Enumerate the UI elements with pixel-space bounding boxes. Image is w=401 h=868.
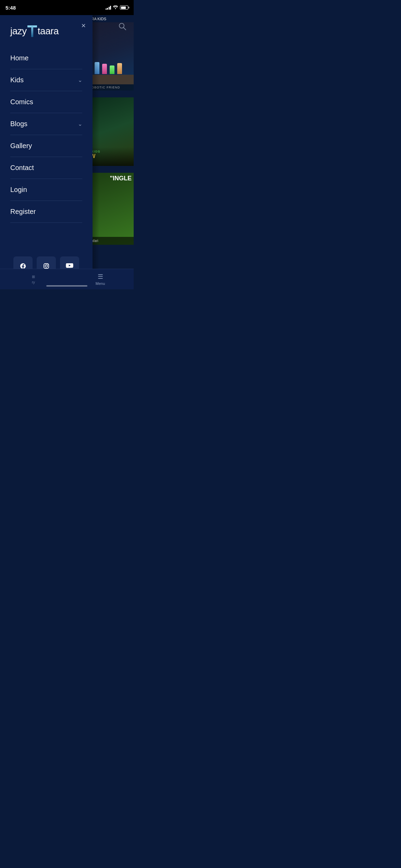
svg-point-0 bbox=[115, 8, 116, 9]
wifi-icon bbox=[113, 5, 118, 10]
nav-item-gallery[interactable]: Gallery bbox=[10, 135, 82, 157]
nav-item-kids[interactable]: Kids ⌄ bbox=[10, 69, 82, 91]
nav-item-blogs[interactable]: Blogs ⌄ bbox=[10, 113, 82, 135]
app-container: ⭐ TAARA KIDS ROBOTIC FRIEND bbox=[0, 15, 134, 289]
nav-link-blogs[interactable]: Blogs ⌄ bbox=[10, 113, 82, 135]
nav-item-comics[interactable]: Comics bbox=[10, 91, 82, 113]
svg-rect-4 bbox=[31, 25, 33, 37]
logo-t-icon bbox=[27, 25, 37, 37]
app-logo: jazy taara bbox=[10, 25, 82, 37]
nav-link-login[interactable]: Login bbox=[10, 179, 82, 201]
nav-link-contact[interactable]: Contact bbox=[10, 157, 82, 179]
home-indicator bbox=[46, 285, 87, 287]
nav-label-home: Home bbox=[10, 54, 28, 62]
chevron-down-icon: ⌄ bbox=[78, 77, 82, 83]
menu-icon: ☰ bbox=[98, 273, 103, 280]
gallery-icon: ⊞ bbox=[32, 275, 35, 279]
nav-list: Home Kids ⌄ Comics Blogs ⌄ bbox=[0, 47, 93, 246]
nav-link-kids[interactable]: Kids ⌄ bbox=[10, 69, 82, 91]
bottom-nav-menu-label: Menu bbox=[96, 281, 105, 286]
close-button[interactable]: × bbox=[81, 22, 86, 29]
jungle-title: "INGLE bbox=[110, 175, 132, 182]
logo-area: jazy taara bbox=[0, 15, 93, 47]
nav-label-comics: Comics bbox=[10, 98, 33, 106]
svg-point-7 bbox=[48, 264, 48, 265]
nav-label-blogs: Blogs bbox=[10, 120, 27, 128]
status-icons bbox=[106, 5, 129, 10]
nav-item-home[interactable]: Home bbox=[10, 47, 82, 69]
signal-bars-icon bbox=[106, 5, 111, 10]
bottom-nav-gallery-label: ry bbox=[32, 280, 35, 284]
nav-label-login: Login bbox=[10, 186, 27, 194]
nav-item-contact[interactable]: Contact bbox=[10, 157, 82, 179]
bottom-nav-gallery[interactable]: ⊞ ry bbox=[0, 275, 67, 284]
svg-point-6 bbox=[45, 265, 48, 267]
battery-icon bbox=[120, 5, 128, 10]
nav-label-gallery: Gallery bbox=[10, 142, 32, 150]
nav-link-register[interactable]: Register bbox=[10, 201, 82, 222]
logo-jazy: jazy bbox=[10, 26, 27, 37]
logo-taara: taara bbox=[38, 26, 59, 37]
status-time: 5:48 bbox=[5, 5, 16, 11]
nav-link-comics[interactable]: Comics bbox=[10, 91, 82, 113]
nav-item-login[interactable]: Login bbox=[10, 179, 82, 201]
sidebar-menu: × jazy taa bbox=[0, 15, 93, 289]
chevron-down-icon-blogs: ⌄ bbox=[78, 121, 82, 127]
nav-label-contact: Contact bbox=[10, 164, 34, 172]
nav-label-register: Register bbox=[10, 208, 36, 216]
nav-link-home[interactable]: Home bbox=[10, 47, 82, 69]
nav-label-kids: Kids bbox=[10, 76, 24, 84]
nav-link-gallery[interactable]: Gallery bbox=[10, 135, 82, 157]
search-icon[interactable] bbox=[118, 22, 127, 33]
svg-line-2 bbox=[124, 28, 126, 30]
status-bar: 5:48 bbox=[0, 0, 134, 15]
bottom-nav-menu[interactable]: ☰ Menu bbox=[67, 273, 134, 286]
nav-item-register[interactable]: Register bbox=[10, 201, 82, 223]
